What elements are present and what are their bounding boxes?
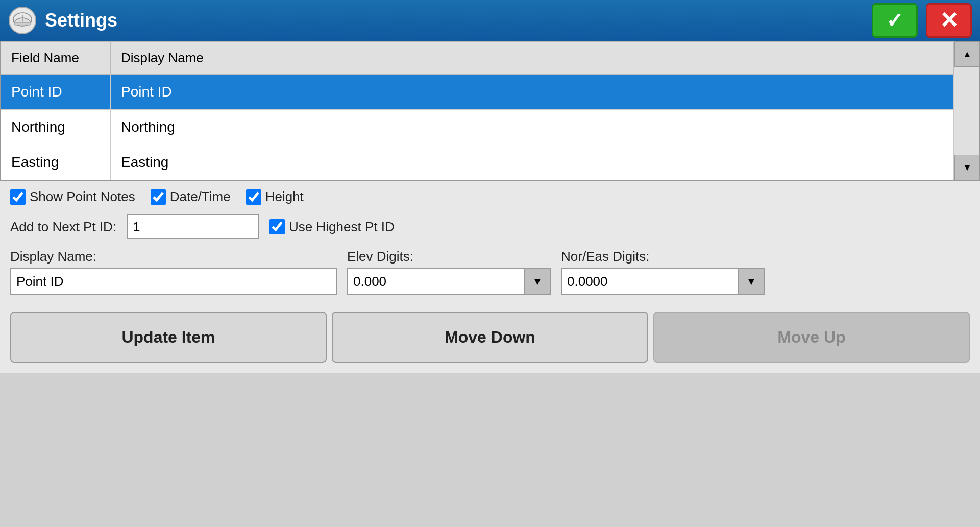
title-bar: Settings ✓ ✕ [0,0,980,41]
scroll-down-icon: ▼ [963,162,972,173]
date-time-checkbox[interactable] [151,189,166,205]
display-name-col-label: Display Name: [10,249,337,265]
height-checkbox[interactable] [246,189,261,205]
add-to-next-pt-id-input[interactable] [127,214,259,239]
display-name-col: Display Name: [10,249,337,295]
table-row[interactable]: Point ID Point ID [1,75,954,110]
height-label: Height [265,189,304,205]
scroll-up-icon: ▲ [963,49,972,60]
x-icon: ✕ [940,9,959,32]
ok-button[interactable]: ✓ [872,3,918,38]
display-name-cell: Point ID [111,75,954,110]
table-row[interactable]: Northing Northing [1,110,954,145]
display-name-input-wrapper [10,268,337,295]
field-name-cell: Northing [1,110,111,145]
move-up-button: Move Up [653,312,970,363]
main-content: Field Name Display Name Point ID Point I… [0,41,980,373]
elev-digits-col: Elev Digits: ▼ [347,249,551,295]
svg-rect-2 [14,22,31,25]
use-highest-pt-id-checkbox[interactable] [270,219,285,234]
height-group: Height [246,189,304,205]
checkmark-icon: ✓ [886,10,903,31]
page-title: Settings [45,10,864,31]
date-time-group: Date/Time [151,189,231,205]
use-highest-pt-id-label: Use Highest Pt ID [289,219,395,235]
move-down-button[interactable]: Move Down [332,312,648,363]
hardhat-icon [8,6,37,35]
nor-eas-digits-col-label: Nor/Eas Digits: [561,249,765,265]
table-scrollbar: ▲ ▼ [954,41,979,180]
add-to-next-pt-id-label: Add to Next Pt ID: [10,219,116,235]
controls-area: Show Point Notes Date/Time Height Add to… [0,181,980,312]
field-name-header: Field Name [1,42,111,75]
scroll-down-button[interactable]: ▼ [954,155,980,180]
elev-digits-dropdown-button[interactable]: ▼ [525,268,551,295]
table-row[interactable]: Easting Easting [1,145,954,180]
bottom-buttons: Update Item Move Down Move Up [0,312,980,373]
show-point-notes-checkbox[interactable] [10,189,26,205]
elev-digits-col-label: Elev Digits: [347,249,551,265]
table-container: Field Name Display Name Point ID Point I… [0,41,980,181]
show-point-notes-label: Show Point Notes [30,189,135,205]
date-time-label: Date/Time [170,189,231,205]
nor-eas-digits-input-wrapper: ▼ [561,268,765,295]
field-name-cell: Easting [1,145,111,180]
show-point-notes-group: Show Point Notes [10,189,135,205]
display-name-cell: Northing [111,110,954,145]
display-name-header: Display Name [111,42,954,75]
elev-digits-dropdown-icon: ▼ [532,276,543,288]
nor-eas-digits-col: Nor/Eas Digits: ▼ [561,249,765,295]
display-name-input[interactable] [10,268,337,295]
elev-digits-input[interactable] [347,268,525,295]
three-col-row: Display Name: Elev Digits: ▼ Nor/Eas Dig… [10,249,970,295]
settings-table: Field Name Display Name Point ID Point I… [1,41,954,180]
checkbox-row: Show Point Notes Date/Time Height [10,189,970,205]
nor-eas-digits-dropdown-icon: ▼ [746,276,756,288]
update-item-button[interactable]: Update Item [10,312,327,363]
cancel-button[interactable]: ✕ [926,3,972,38]
display-name-cell: Easting [111,145,954,180]
add-to-next-pt-id-row: Add to Next Pt ID: Use Highest Pt ID [10,214,970,239]
nor-eas-digits-dropdown-button[interactable]: ▼ [739,268,765,295]
elev-digits-input-wrapper: ▼ [347,268,551,295]
field-name-cell: Point ID [1,75,111,110]
nor-eas-digits-input[interactable] [561,268,739,295]
scroll-up-button[interactable]: ▲ [954,41,980,67]
use-highest-pt-id-group: Use Highest Pt ID [270,219,395,235]
scroll-track [954,67,979,155]
